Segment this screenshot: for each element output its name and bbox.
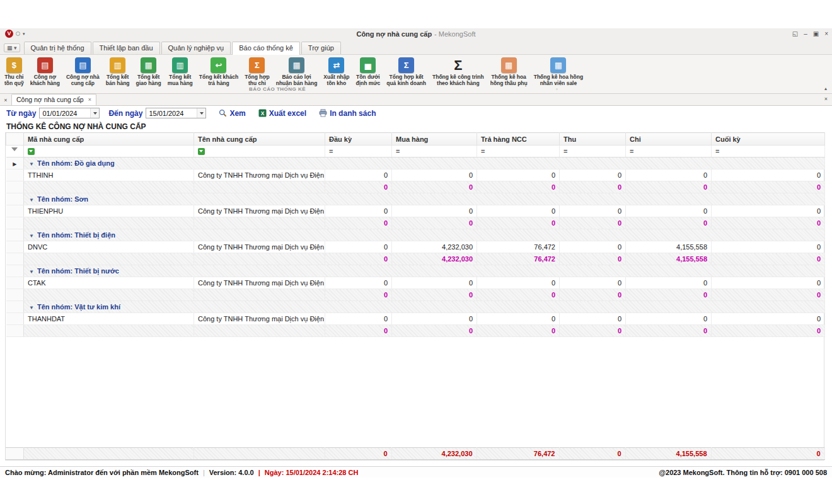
restore-icon[interactable]: ▣ <box>813 29 819 38</box>
ribbon-item-thu-chi-ton-quy[interactable]: $ Thu chitồn quỹ <box>1 57 27 88</box>
ribbon-item-tong-ket-khach-tra-hang[interactable]: ↩ Tổng kết kháchtrả hàng <box>196 57 241 88</box>
filter-cell-name[interactable] <box>194 146 325 158</box>
column-header-dau-ky[interactable]: Đầu kỳ <box>325 133 392 146</box>
supplier-code: DNVC <box>24 241 194 253</box>
group-header-row[interactable]: ▼Tên nhóm: Thiết bị điện <box>6 229 825 241</box>
ribbon-item-tong-hop-thu-chi[interactable]: Σ Tổng hợpthu chi <box>241 57 273 88</box>
supplier-code: TTHINH <box>24 169 194 181</box>
menu-tab-bao-cao-thong-ke[interactable]: Báo cáo thống kê <box>232 42 300 55</box>
auto-filter-row: = = = = = = <box>6 146 825 158</box>
ribbon-customize-icon[interactable]: ▫ <box>556 86 558 92</box>
supplier-row[interactable]: CTAK Công ty TNHH Thương mại Dịch vụ Điệ… <box>6 277 825 289</box>
column-header-ten-ncc[interactable]: Tên nhà cung cấp <box>194 133 325 146</box>
to-date-input[interactable]: 15/01/2024 <box>146 108 206 118</box>
from-date-input[interactable]: 01/01/2024 <box>39 108 100 118</box>
filter-cell-cuoi-ky[interactable]: = <box>712 146 825 158</box>
from-date-label: Từ ngày <box>6 109 36 118</box>
group-header-row[interactable]: ▼Tên nhóm: Sơn <box>6 193 825 205</box>
filter-cell-mua-hang[interactable]: = <box>392 146 477 158</box>
group-header-row[interactable]: ▼Tên nhóm: Vật tư kim khí <box>6 301 825 313</box>
ribbon-item-tong-ket-ban-hang[interactable]: ▥ Tổng kếtbán hàng <box>103 57 133 88</box>
collapse-group-icon[interactable]: ▼ <box>29 305 34 311</box>
welcome-text: Chào mừng: Administrator đến với phần mề… <box>5 469 199 476</box>
ribbon-toolbar: $ Thu chitồn quỹ ▤ Công nợkhách hàng ▤ C… <box>0 55 832 86</box>
current-row-icon: ▶ <box>13 161 16 167</box>
close-all-tabs-icon[interactable]: × <box>0 97 11 105</box>
status-bar: Chào mừng: Administrator đến với phần mề… <box>0 466 832 478</box>
filter-cell-thu[interactable]: = <box>560 146 626 158</box>
ribbon-item-cong-no-nha-cung-cap[interactable]: ▤ Công nợ nhàcung cấp <box>63 57 103 88</box>
menu-tab-quan-tri-he-thong[interactable]: Quản trị hệ thống <box>24 42 91 54</box>
ribbon-item-thong-ke-cong-trinh[interactable]: Σ Thống kê công trìnhtheo khách hàng <box>429 57 487 88</box>
report-grid: Mã nhà cung cấp Tên nhà cung cấp Đầu kỳ … <box>5 132 824 461</box>
collapse-group-icon[interactable]: ▼ <box>29 269 34 275</box>
supplier-row[interactable]: TTHINH Công ty TNHH Thương mại Dịch vụ Đ… <box>6 169 825 181</box>
cell-thu: 0 <box>560 169 626 181</box>
search-icon <box>219 109 227 117</box>
menu-tab-thiet-lap-ban-dau[interactable]: Thiết lập ban đầu <box>93 42 160 54</box>
column-header-mua-hang[interactable]: Mua hàng <box>392 133 477 146</box>
supplier-row[interactable]: DNVC Công ty TNHH Thương mại Dịch vụ Điệ… <box>6 241 825 253</box>
ribbon-item-xuat-nhap-ton-kho[interactable]: ⇄ Xuất nhậptồn kho <box>320 57 352 88</box>
supplier-row[interactable]: THIENPHU Công ty TNHH Thương mại Dịch vụ… <box>6 205 825 217</box>
customer-returns-arrow-icon: ↩ <box>211 57 226 73</box>
total-dau-ky: 0 <box>325 448 391 460</box>
ribbon-item-tong-ket-mua-hang[interactable]: ▥ Tổng kếtmua hàng <box>165 57 196 88</box>
ribbon-item-ton-duoi-dinh-muc[interactable]: ▅ Tồn dướiđịnh mức <box>352 57 383 88</box>
ribbon-item-cong-no-khach-hang[interactable]: ▤ Công nợkhách hàng <box>27 57 63 88</box>
print-list-button[interactable]: In danh sách <box>319 109 376 118</box>
chevron-down-icon[interactable] <box>90 108 99 118</box>
group-name: Tên nhóm: Sơn <box>37 195 88 203</box>
supplier-code: THIENPHU <box>24 205 194 217</box>
ribbon-item-hoa-hong-nhan-vien-sale[interactable]: ▦ Thống kê hoa hồngnhân viên sale <box>531 57 586 88</box>
collapse-group-icon[interactable]: ▼ <box>29 233 34 239</box>
menu-tab-tro-giup[interactable]: Trợ giúp <box>301 42 341 54</box>
cell-cuoi-ky: 0 <box>712 169 825 181</box>
grid-empty-area <box>6 337 824 447</box>
supplier-row[interactable]: THANHDAT Công ty TNHH Thương mại Dịch vụ… <box>6 313 825 325</box>
below-minimum-stock-icon: ▅ <box>360 57 376 73</box>
filter-icon[interactable] <box>28 148 35 155</box>
view-button[interactable]: Xem <box>219 109 245 118</box>
filter-cell-dau-ky[interactable]: = <box>325 146 392 158</box>
column-header-thu[interactable]: Thu <box>560 133 626 146</box>
ribbon-item-tong-hop-ket-qua-kinh-doanh[interactable]: Σ Tổng hợp kếtquả kinh doanh <box>383 57 429 88</box>
quick-access-dropdown-icon[interactable]: ▾ <box>23 32 25 37</box>
funnel-icon <box>11 147 18 154</box>
export-excel-button[interactable]: X Xuất excel <box>258 109 306 118</box>
app-menu-button[interactable]: ▦ ▾ <box>4 43 20 52</box>
column-header-chi[interactable]: Chi <box>626 133 712 146</box>
ribbon-item-hoa-hong-thau-phu[interactable]: ▦ Thống kê hoahồng thầu phụ <box>487 57 531 88</box>
supplier-name: Công ty TNHH Thương mại Dịch vụ Điện nướ… <box>194 169 325 181</box>
ribbon-group-label: BÁO CÁO THỐNG KÊ <box>249 86 306 92</box>
column-header-tra-hang-ncc[interactable]: Trả hàng NCC <box>477 133 560 146</box>
sales-summary-book-icon: ▥ <box>110 57 125 73</box>
customer-debt-chart-icon: ▤ <box>37 57 53 73</box>
column-header-ma-ncc[interactable]: Mã nhà cung cấp <box>24 133 194 146</box>
filter-cell-chi[interactable]: = <box>626 146 712 158</box>
collapse-group-icon[interactable]: ▼ <box>29 161 34 167</box>
report-title: THỐNG KÊ CÔNG NỢ NHÀ CUNG CẤP <box>0 120 832 132</box>
filter-cell-code[interactable] <box>24 146 194 158</box>
column-header-cuoi-ky[interactable]: Cuối kỳ <box>712 133 825 146</box>
chevron-down-icon[interactable] <box>197 108 205 118</box>
ribbon-item-bao-cao-loi-nhuan[interactable]: ▦ Báo cáo lợinhuận bán hàng <box>273 57 321 88</box>
tab-close-icon[interactable]: × <box>88 96 91 103</box>
document-tab-cong-no-nha-cung-cap[interactable]: Công nợ nhà cung cấp × <box>11 94 96 105</box>
fullscreen-icon[interactable]: ◱ <box>792 29 798 38</box>
minimize-icon[interactable]: – <box>804 29 807 38</box>
ribbon-collapse-icon[interactable]: ▴ <box>824 86 827 91</box>
collapse-group-icon[interactable]: ▼ <box>29 197 34 203</box>
menu-tab-quan-ly-nghiep-vu[interactable]: Quản lý nghiệp vụ <box>161 42 231 54</box>
group-header-row[interactable]: ▼Tên nhóm: Thiết bị nước <box>6 265 825 277</box>
ribbon-item-tong-ket-giao-hang[interactable]: ▦ Tổng kếtgiao hàng <box>133 57 165 88</box>
filter-cell-tra-hang[interactable]: = <box>477 146 560 158</box>
document-tab-bar: × Công nợ nhà cung cấp × × <box>0 94 832 106</box>
filter-icon[interactable] <box>198 148 205 155</box>
grand-total-table: 0 4,232,030 76,472 0 4,155,558 0 <box>6 447 825 460</box>
tabbar-close-icon[interactable]: × <box>824 96 828 102</box>
group-header-row[interactable]: ▶ ▼Tên nhóm: Đồ gia dụng <box>6 158 825 169</box>
close-icon[interactable]: × <box>824 29 828 38</box>
group-subtotal-row: 0 0 0 0 0 0 <box>6 289 825 301</box>
total-thu: 0 <box>559 448 625 460</box>
